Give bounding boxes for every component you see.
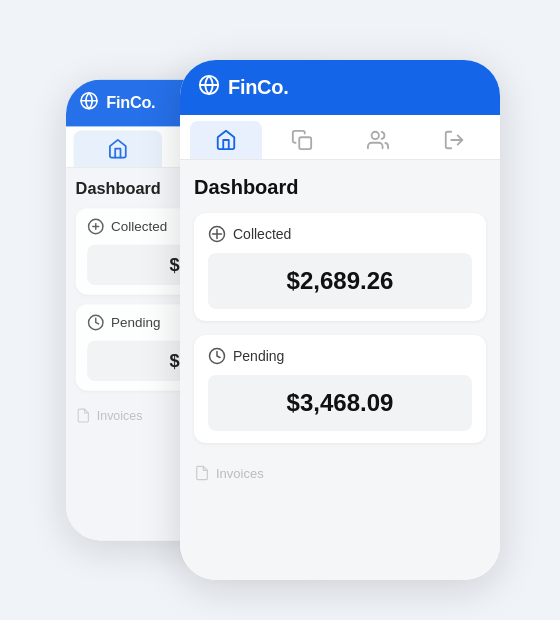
back-nav-home[interactable] <box>74 130 162 166</box>
front-page-title: Dashboard <box>194 176 486 199</box>
back-app-name: FinCo. <box>106 94 155 113</box>
front-collected-value: $2,689.26 <box>287 267 394 294</box>
svg-point-11 <box>372 132 379 139</box>
phone-front: FinCo. <box>180 60 500 580</box>
front-pending-value-box: $3,468.09 <box>208 375 472 431</box>
front-globe-icon <box>198 74 220 101</box>
front-collected-label: Collected <box>208 225 472 243</box>
scene: FinCo. <box>40 30 520 590</box>
front-collected-card: Collected $2,689.26 <box>194 213 486 321</box>
front-invoices-item: Invoices <box>194 457 486 485</box>
svg-rect-10 <box>299 137 311 149</box>
front-header: FinCo. <box>180 60 500 115</box>
front-nav-logout[interactable] <box>418 121 490 159</box>
front-pending-label: Pending <box>208 347 472 365</box>
front-nav-users[interactable] <box>342 121 414 159</box>
front-app-name: FinCo. <box>228 76 288 99</box>
front-nav-documents[interactable] <box>266 121 338 159</box>
front-collected-value-box: $2,689.26 <box>208 253 472 309</box>
front-pending-value: $3,468.09 <box>287 389 394 416</box>
front-nav-bar <box>180 115 500 160</box>
back-globe-icon <box>79 91 98 115</box>
front-pending-card: Pending $3,468.09 <box>194 335 486 443</box>
front-nav-home[interactable] <box>190 121 262 159</box>
front-content: Dashboard Collected $2,689.26 <box>180 160 500 580</box>
